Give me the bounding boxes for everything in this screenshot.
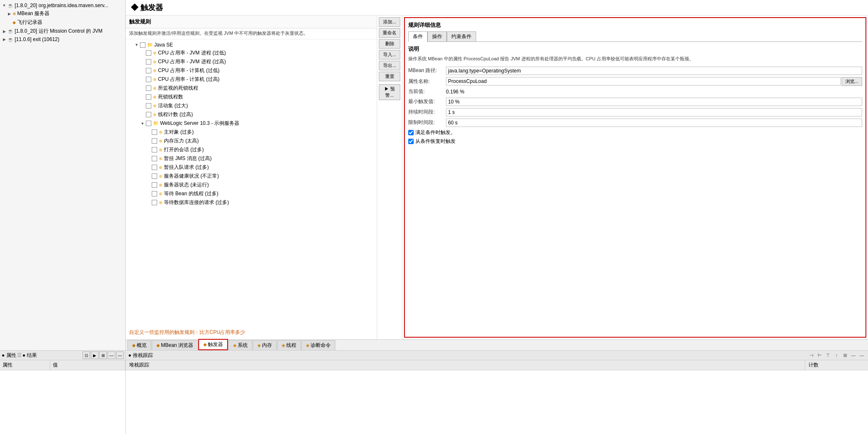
sidebar-item-label-jvm3: [11.0.6] exit (10612): [15, 36, 60, 42]
rule-item-7[interactable]: ⊕ 线程计数 (过高): [126, 110, 377, 119]
stack-toolbar-btn-5[interactable]: ⊞: [841, 351, 849, 359]
rule-checkbox-17[interactable]: [152, 200, 157, 205]
stack-trace-panel: ● 推栈跟踪 ⊣ ⊢ ⊤ ↑ ⊞ — — 堆栈跟踪 计数: [126, 351, 868, 434]
export-button[interactable]: 导出...: [379, 61, 400, 70]
rule-item-13[interactable]: ⊕ 暂挂入队请求 (过多): [126, 163, 377, 172]
rule-item-10[interactable]: ⊕ 内存压力 (太高): [126, 137, 377, 145]
top-area: ▼ ☕ [1.8.0_20] org.jetbrains.idea.maven.…: [0, 0, 868, 350]
stack-toolbar-btn-1[interactable]: ⊣: [808, 351, 815, 359]
field-current-value: 当前值: 0.196 %: [408, 88, 862, 96]
trigger-annotation: 自定义一些监控用的触发规则：比方CPU占用率多少: [126, 326, 377, 339]
stack-toolbar-btn-3[interactable]: ⊤: [824, 351, 832, 359]
rename-button[interactable]: 重命名: [379, 28, 400, 38]
props-btn-5[interactable]: —: [116, 351, 124, 359]
tab-action[interactable]: 操作: [428, 31, 447, 41]
stack-trace-header-icon: ●: [128, 352, 131, 358]
rule-checkbox-3[interactable]: [146, 77, 151, 82]
sidebar-item-jvm3[interactable]: ▶ ☕ [11.0.6] exit (10612): [0, 36, 125, 43]
field-attr-name-input[interactable]: [446, 77, 841, 85]
weblogic-group[interactable]: ▼ 📁 WebLogic Server 10.3 - 示例服务器: [126, 119, 377, 128]
rule-label-17: 等待数据库连接的请求 (过多): [164, 199, 229, 206]
tab-system-label: 系统: [238, 342, 248, 349]
reset-button[interactable]: 重置: [379, 72, 400, 81]
field-mbean-path-input[interactable]: [446, 67, 862, 75]
mbean-icon: ⊕: [13, 11, 16, 16]
rule-checkbox-9[interactable]: [152, 129, 157, 135]
expand-weblogic: ▼: [140, 121, 145, 126]
rule-checkbox-1[interactable]: [146, 59, 151, 65]
props-btn-2[interactable]: ▶: [91, 351, 98, 359]
trigger-rules-desc: 添加触发规则并激活/停用这些规则。在受监视 JVM 中不可用的触发器将处于灰显状…: [126, 28, 377, 39]
import-button[interactable]: 导入...: [379, 50, 400, 59]
props-btn-4[interactable]: —: [108, 351, 115, 359]
rule-icon-12: ⊕: [159, 156, 162, 161]
field-limit-input[interactable]: [446, 119, 862, 127]
diagnostic-icon: ◈: [306, 343, 309, 348]
rule-item-12[interactable]: ⊕ 暂挂 JMS 消息 (过高): [126, 154, 377, 163]
java-se-group[interactable]: ▼ 📁 Java SE: [126, 41, 377, 49]
tab-system[interactable]: ◈ 系统: [228, 340, 252, 350]
stack-toolbar-btn-6[interactable]: —: [850, 351, 857, 359]
sidebar-item-flight[interactable]: ◆ 飞行记录器: [0, 18, 125, 27]
tab-threads[interactable]: ◈ 线程: [277, 340, 301, 350]
tab-condition[interactable]: 条件: [408, 31, 428, 42]
stack-toolbar-btn-2[interactable]: ⊢: [816, 351, 824, 359]
checkbox-condition-met[interactable]: [408, 130, 414, 135]
field-attr-name-label: 属性名称:: [408, 78, 446, 85]
rule-checkbox-16[interactable]: [152, 191, 157, 196]
rule-detail-panel: 规则详细信息 条件 操作 约束条件 说明 操作系统 MBean 中的属性 Pro…: [404, 17, 866, 338]
rule-checkbox-10[interactable]: [152, 138, 157, 144]
props-btn-1[interactable]: ⊡: [83, 351, 90, 359]
rule-checkbox-5[interactable]: [146, 94, 151, 100]
rule-item-11[interactable]: ⊕ 打开的会话 (过多): [126, 145, 377, 154]
stack-toolbar-btn-4[interactable]: ↑: [833, 351, 840, 359]
rule-checkbox-14[interactable]: [152, 173, 157, 179]
rule-item-1[interactable]: ⊕ CPU 占用率 - JVM 进程 (过高): [126, 57, 377, 66]
rule-checkbox-15[interactable]: [152, 182, 157, 188]
results-tab[interactable]: ● 结果: [23, 352, 37, 359]
rule-checkbox-13[interactable]: [152, 165, 157, 170]
rule-item-5[interactable]: ⊕ 死锁线程数: [126, 93, 377, 101]
rule-item-9[interactable]: ⊕ 主对象 (过多): [126, 128, 377, 137]
rule-item-6[interactable]: ⊕ 活动集 (过大): [126, 101, 377, 110]
tab-memory[interactable]: ◈ 内存: [253, 340, 277, 350]
tab-overview[interactable]: ◆ 概览: [127, 340, 151, 350]
field-duration-input[interactable]: [446, 108, 862, 116]
add-button[interactable]: 添加...: [379, 17, 400, 27]
sidebar-item-jvm2[interactable]: ▶ ☕ [1.8.0_20] 运行 Mission Control 的 JVM: [0, 27, 125, 36]
warning-button[interactable]: ▶ 预警...: [379, 84, 400, 100]
stack-trace-title: 推栈跟踪: [133, 352, 153, 359]
expand-arrow-mbean: ▶: [7, 11, 12, 16]
browse-button[interactable]: 浏览...: [842, 77, 862, 86]
checkbox-recover[interactable]: [408, 139, 414, 144]
rule-item-3[interactable]: ⊕ CPU 占用率 - 计算机 (过高): [126, 75, 377, 84]
rule-label-14: 服务器健康状况 (不正常): [164, 173, 219, 180]
delete-button[interactable]: 删除: [379, 39, 400, 49]
rule-item-4[interactable]: ⊕ 所监视的死锁线程: [126, 84, 377, 93]
rule-item-16[interactable]: ⊕ 等待 Bean 的线程 (过多): [126, 189, 377, 198]
rule-checkbox-2[interactable]: [146, 68, 151, 73]
rule-item-2[interactable]: ⊕ CPU 占用率 - 计算机 (过低): [126, 66, 377, 75]
rule-label-0: CPU 占用率 - JVM 进程 (过低): [158, 49, 226, 57]
java-se-checkbox[interactable]: [140, 42, 145, 48]
tab-diagnostic[interactable]: ◈ 诊断命令: [301, 340, 335, 350]
rule-checkbox-11[interactable]: [152, 147, 157, 152]
tab-constraint[interactable]: 约束条件: [447, 31, 476, 41]
tab-mbean-browser[interactable]: ◆ MBean 浏览器: [152, 340, 198, 350]
sidebar-item-mbean[interactable]: ▶ ⊕ MBean 服务器: [0, 9, 125, 18]
stack-toolbar-btn-7[interactable]: —: [858, 351, 865, 359]
tab-trigger[interactable]: ◆ 触发器: [198, 339, 228, 350]
rule-checkbox-7[interactable]: [146, 112, 151, 117]
rule-checkbox-4[interactable]: [146, 85, 151, 91]
sidebar-item-jvm1[interactable]: ▼ ☕ [1.8.0_20] org.jetbrains.idea.maven.…: [0, 2, 125, 9]
rule-checkbox-0[interactable]: [146, 50, 151, 56]
field-min-trigger-input[interactable]: [446, 98, 862, 106]
rule-checkbox-12[interactable]: [152, 156, 157, 161]
rule-checkbox-6[interactable]: [146, 103, 151, 108]
props-btn-3[interactable]: ⊞: [99, 351, 107, 359]
rule-item-14[interactable]: ⊕ 服务器健康状况 (不正常): [126, 172, 377, 181]
weblogic-checkbox[interactable]: [146, 121, 151, 126]
rule-item-17[interactable]: ⊕ 等待数据库连接的请求 (过多): [126, 198, 377, 207]
rule-item-0[interactable]: ⊕ CPU 占用率 - JVM 进程 (过低): [126, 49, 377, 57]
rule-item-15[interactable]: ⊕ 服务器状态 (未运行): [126, 181, 377, 189]
